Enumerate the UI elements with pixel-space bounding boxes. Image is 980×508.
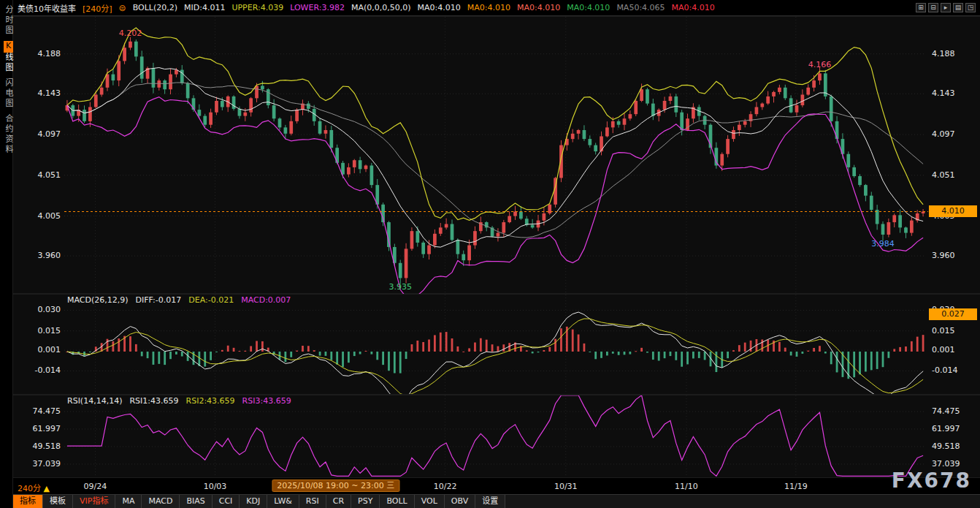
price-axis-label: 3.960 <box>15 251 61 260</box>
price-axis-label: 4.051 <box>932 171 977 180</box>
sidebar-item-3[interactable]: 闪电图 <box>2 78 14 109</box>
toolbar-item-2[interactable]: 模板 <box>43 495 73 508</box>
rsi-header: RSI(14,14,14) RSI1:43.659 RSI2:43.659 RS… <box>67 396 291 406</box>
x-axis-tick: 10/03 <box>204 482 227 491</box>
toolbar-item-15[interactable]: OBV <box>445 495 475 508</box>
rsi-label: RSI(14,14,14) <box>67 396 122 406</box>
watermark: FX678 <box>892 469 971 493</box>
svg-text:3.984: 3.984 <box>871 239 895 249</box>
ma-value-4: MA0:4.010 <box>567 3 610 12</box>
price-axis-label: 4.143 <box>932 89 977 98</box>
ma-values: MA0:4.010MA0:4.010MA0:4.010MA0:4.010MA50… <box>418 3 715 12</box>
price-axis-label: 4.097 <box>15 130 61 139</box>
macd-axis-label: -0.014 <box>15 366 61 375</box>
price-axis-label: 4.051 <box>15 171 61 180</box>
svg-text:3.935: 3.935 <box>388 282 412 292</box>
price-axis-label: 4.188 <box>15 50 61 58</box>
rsi3-value: RSI3:43.659 <box>242 396 291 406</box>
period-indicator[interactable]: 240分 ▲ <box>18 482 50 493</box>
toolbar-item-13[interactable]: BOLL <box>380 495 414 508</box>
macd-axis-label: 0.001 <box>15 346 61 355</box>
window-controls: ⊞⊟▸▤◳ <box>914 3 976 12</box>
svg-text:4.202: 4.202 <box>119 29 142 38</box>
macd-axis-label: 0.030 <box>15 306 61 314</box>
rsi-axis-label: 61.997 <box>932 425 977 433</box>
price-axis-label: 4.005 <box>15 212 61 221</box>
x-axis-tick: 11/19 <box>784 482 808 491</box>
layout-horizontal-icon[interactable]: ⊟ <box>928 3 938 12</box>
layout-grid-icon[interactable]: ⊞ <box>916 3 926 12</box>
sidebar-item-4[interactable]: 合约资料 <box>2 114 14 155</box>
session-range-label: 2025/10/08 19:00 ~ 23:00 三 <box>272 479 399 492</box>
hotkey-badge: K <box>4 41 13 53</box>
macd-label: MACD(26,12,9) <box>67 295 129 305</box>
macd-axis-label: 0.015 <box>932 327 977 335</box>
toolbar-item-4[interactable]: MA <box>115 495 142 508</box>
link-icon[interactable]: ⊜ <box>119 3 126 13</box>
macd-value: MACD:0.007 <box>241 295 291 305</box>
boll-lower-value: LOWER:3.982 <box>290 3 345 12</box>
boll-upper-value: UPPER:4.039 <box>231 3 283 12</box>
x-axis: 240分 ▲ 09/2410/0310/2210/3111/1011/19202… <box>13 478 980 494</box>
period-text: 240分 <box>18 484 41 493</box>
toolbar-item-10[interactable]: RSI <box>299 495 326 508</box>
rsi-axis-label: 49.518 <box>15 442 61 451</box>
toolbar-item-11[interactable]: CR <box>326 495 351 508</box>
macd-axis-label: 0.001 <box>932 346 977 355</box>
macd-axis-label: 0.015 <box>15 327 61 335</box>
macd-dea-value: DEA:-0.021 <box>188 295 234 305</box>
macd-diff-value: DIFF:-0.017 <box>136 295 182 305</box>
sidebar-item-1[interactable]: 分时图 <box>2 5 14 36</box>
rsi-axis-label: 37.039 <box>15 460 61 469</box>
rsi-axis-label: 37.039 <box>932 460 977 469</box>
price-axis-label: 3.960 <box>932 251 977 260</box>
layout-rows-icon[interactable]: ▤ <box>953 3 963 12</box>
price-axis-label: 4.097 <box>932 130 977 139</box>
ma-value-1: MA0:4.010 <box>418 3 461 12</box>
toolbar-item-12[interactable]: PSY <box>351 495 380 508</box>
ma-value-6: MA0:4.010 <box>672 3 715 12</box>
ma-value-2: MA0:4.010 <box>467 3 510 12</box>
toolbar-item-14[interactable]: VOL <box>415 495 445 508</box>
bottom-toolbar: 指标模板VIP指标MAMACDBIASCCIKDJLW&RSICRPSYBOLL… <box>13 494 980 508</box>
toolbar-item-9[interactable]: LW& <box>267 495 299 508</box>
rsi1-value: RSI1:43.659 <box>129 396 178 406</box>
macd-axis-label: -0.014 <box>932 366 977 375</box>
rsi-axis-label: 74.475 <box>932 407 977 416</box>
toolbar-item-6[interactable]: BIAS <box>180 495 212 508</box>
toolbar-item-8[interactable]: KDJ <box>240 495 267 508</box>
price-axis-label: 4.188 <box>932 50 977 58</box>
macd-value-badge: 0.027 <box>929 308 977 320</box>
svg-text:4.166: 4.166 <box>808 60 832 69</box>
x-axis-tick: 10/22 <box>434 482 457 491</box>
ma-value-5: MA50:4.065 <box>616 3 665 12</box>
chart-header: 美债10年收益率 [240分] ⊜ BOLL(20,2) MID:4.011 U… <box>13 0 980 16</box>
ma-value-3: MA0:4.010 <box>517 3 560 12</box>
left-sidebar: 分时图K线图闪电图合约资料 <box>0 0 13 508</box>
symbol-title: 美债10年收益率 <box>18 2 76 14</box>
rsi-axis-label: 49.518 <box>932 442 977 451</box>
rsi-axis-label: 74.475 <box>15 407 61 416</box>
ma-label: MA(0,0,0,50,0) <box>351 3 411 12</box>
trading-terminal: 4.2024.1663.9353.984 分时图K线图闪电图合约资料 美债10年… <box>0 0 980 508</box>
price-axis-label: 4.143 <box>15 89 61 98</box>
sidebar-item-label: 线图 <box>4 53 13 73</box>
up-arrow-icon: ▲ <box>44 484 50 493</box>
period-tag[interactable]: [240分] <box>83 2 112 14</box>
x-axis-tick: 11/10 <box>675 482 698 491</box>
boll-label: BOLL(20,2) <box>133 3 177 12</box>
rsi2-value: RSI2:43.659 <box>186 396 235 406</box>
last-price-badge: 4.010 <box>929 205 977 217</box>
toolbar-item-16[interactable]: 设置 <box>475 495 505 508</box>
x-axis-tick: 10/31 <box>554 482 578 491</box>
toolbar-item-1[interactable]: 指标 <box>13 495 43 508</box>
macd-header: MACD(26,12,9) DIFF:-0.017 DEA:-0.021 MAC… <box>67 295 291 305</box>
sidebar-item-2[interactable]: K线图 <box>2 41 14 73</box>
rsi-axis-label: 61.997 <box>15 425 61 433</box>
toolbar-item-7[interactable]: CCI <box>213 495 240 508</box>
toolbar-item-5[interactable]: MACD <box>142 495 180 508</box>
toolbar-item-3[interactable]: VIP指标 <box>73 495 115 508</box>
layout-corner-icon[interactable]: ◳ <box>965 3 976 12</box>
chart-canvas[interactable]: 4.2024.1663.9353.984 <box>0 0 980 508</box>
play-icon[interactable]: ▸ <box>941 3 951 12</box>
